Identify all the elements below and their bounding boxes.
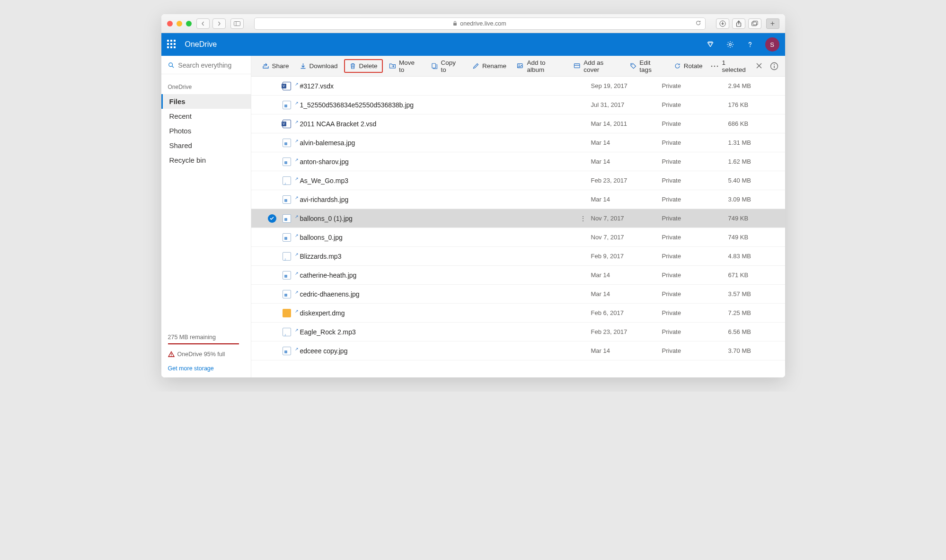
file-row[interactable]: ↗balloons_0.jpg⋮Nov 7, 2017Private749 KB [251, 228, 785, 247]
zoom-window-button[interactable] [186, 21, 192, 26]
copy-icon [431, 62, 438, 70]
file-row[interactable]: ↗Blizzards.mp3⋮Feb 9, 2017Private4.83 MB [251, 247, 785, 266]
tabs-icon [751, 21, 758, 26]
file-row[interactable]: ↗catherine-heath.jpg⋮Mar 14Private671 KB [251, 266, 785, 285]
reload-button[interactable] [695, 20, 701, 27]
add-as-cover-command[interactable]: Add as cover [569, 57, 624, 76]
file-type-img-icon [283, 271, 291, 280]
file-row[interactable]: ↗anton-sharov.jpg⋮Mar 14Private1.62 MB [251, 152, 785, 171]
add-to-album-command[interactable]: Add to album [513, 57, 567, 76]
cmd-label: Add to album [527, 59, 563, 73]
file-date: Feb 6, 2017 [591, 309, 662, 316]
file-size: 6.56 MB [728, 328, 776, 335]
pencil-icon [472, 62, 479, 70]
tag-icon [630, 62, 637, 70]
storage-remaining: 275 MB remaining [168, 334, 239, 344]
address-bar[interactable]: onedrive.live.com [254, 18, 706, 30]
row-check[interactable] [268, 214, 276, 223]
rename-command[interactable]: Rename [468, 60, 511, 72]
help-button[interactable] [745, 40, 755, 49]
more-icon [711, 65, 718, 67]
cover-icon [574, 62, 581, 70]
shortcut-badge-icon: ↗ [295, 176, 298, 181]
share-sheet-button[interactable] [732, 18, 745, 29]
file-row[interactable]: ↗#3127.vsdx⋮Sep 19, 2017Private2.94 MB [251, 77, 785, 96]
address-text: onedrive.live.com [460, 20, 506, 27]
file-row[interactable]: ↗balloons_0 (1).jpg⋮Nov 7, 2017Private74… [251, 209, 785, 228]
svg-point-18 [711, 65, 712, 67]
back-button[interactable] [196, 18, 210, 29]
file-sharing: Private [662, 271, 728, 279]
file-row[interactable]: ↗As_We_Go.mp3⋮Feb 23, 2017Private5.40 MB [251, 171, 785, 190]
file-size: 686 KB [728, 120, 776, 127]
file-date: Feb 23, 2017 [591, 177, 662, 184]
nav-heading: OneDrive [161, 74, 251, 94]
file-row[interactable]: ↗Eagle_Rock 2.mp3⋮Feb 23, 2017Private6.5… [251, 323, 785, 341]
clear-selection-button[interactable] [756, 62, 763, 70]
file-sharing: Private [662, 253, 728, 260]
cmd-label: Rename [482, 62, 506, 70]
file-row[interactable]: ↗cedric-dhaenens.jpg⋮Mar 14Private3.57 M… [251, 285, 785, 304]
sidebar-icon [234, 21, 240, 26]
tabs-button[interactable] [748, 18, 761, 29]
close-window-button[interactable] [167, 21, 173, 26]
file-size: 1.31 MB [728, 139, 776, 146]
suite-header: OneDrive S [161, 33, 785, 56]
shortcut-badge-icon: ↗ [295, 328, 298, 332]
delete-command[interactable]: Delete [344, 59, 383, 73]
new-tab-button[interactable]: + [766, 18, 779, 29]
minimize-window-button[interactable] [177, 21, 182, 26]
shortcut-badge-icon: ↗ [295, 309, 298, 314]
file-row[interactable]: ↗avi-richardsh.jpg⋮Mar 14Private3.09 MB [251, 190, 785, 209]
file-size: 7.25 MB [728, 309, 776, 316]
premium-button[interactable] [706, 40, 715, 49]
search-box[interactable] [161, 56, 251, 74]
forward-button[interactable] [212, 18, 226, 29]
file-name: avi-richardsh.jpg [300, 196, 349, 203]
search-input[interactable] [178, 61, 244, 69]
file-list[interactable]: ↗#3127.vsdx⋮Sep 19, 2017Private2.94 MB↗1… [251, 77, 785, 377]
sidebar-item-files[interactable]: Files [161, 94, 251, 109]
row-actions-button[interactable]: ⋮ [575, 215, 591, 222]
svg-point-7 [729, 44, 731, 46]
sidebar-item-shared[interactable]: Shared [161, 138, 251, 153]
overflow-command[interactable] [709, 63, 720, 70]
file-row[interactable]: ↗2011 NCAA Bracket 2.vsd⋮Mar 14, 2011Pri… [251, 114, 785, 133]
shortcut-badge-icon: ↗ [295, 120, 298, 124]
file-row[interactable]: ↗alvin-balemesa.jpg⋮Mar 14Private1.31 MB [251, 133, 785, 152]
file-name: Blizzards.mp3 [300, 253, 342, 260]
file-name: Eagle_Rock 2.mp3 [300, 328, 356, 336]
file-row[interactable]: ↗1_52550d536834e52550d536838b.jpg⋮Jul 31… [251, 96, 785, 114]
rotate-command[interactable]: Rotate [670, 60, 707, 72]
sidebar-item-photos[interactable]: Photos [161, 123, 251, 138]
lock-icon [453, 21, 457, 26]
file-size: 749 KB [728, 215, 776, 222]
app-launcher-button[interactable] [167, 40, 177, 49]
move-command[interactable]: Move to [385, 57, 425, 76]
share-command[interactable]: Share [258, 60, 293, 72]
shortcut-badge-icon: ↗ [295, 101, 298, 105]
copy-command[interactable]: Copy to [427, 57, 466, 76]
check-icon [269, 216, 274, 221]
downloads-button[interactable] [716, 18, 729, 29]
rotate-icon [674, 62, 681, 70]
sidebar-toggle-button[interactable] [230, 18, 244, 29]
details-pane-button[interactable] [770, 62, 778, 70]
file-row[interactable]: ↗diskexpert.dmg⋮Feb 6, 2017Private7.25 M… [251, 304, 785, 323]
get-storage-link[interactable]: Get more storage [168, 365, 244, 372]
edit-tags-command[interactable]: Edit tags [626, 57, 668, 76]
account-avatar[interactable]: S [765, 37, 779, 52]
file-row[interactable]: ↗edceee copy.jpg⋮Mar 14Private3.70 MB [251, 341, 785, 360]
file-type-dmg-icon [283, 309, 291, 317]
avatar-initial: S [770, 41, 774, 48]
file-type-mp3-icon [283, 176, 291, 185]
file-sharing: Private [662, 328, 728, 335]
download-command[interactable]: Download [295, 60, 342, 72]
cmd-label: Copy to [441, 59, 462, 73]
svg-rect-16 [574, 64, 580, 68]
sidebar-item-recent[interactable]: Recent [161, 109, 251, 123]
file-date: Mar 14 [591, 196, 662, 203]
settings-button[interactable] [725, 40, 735, 49]
sidebar-item-recycle-bin[interactable]: Recycle bin [161, 153, 251, 167]
svg-point-17 [631, 64, 632, 65]
